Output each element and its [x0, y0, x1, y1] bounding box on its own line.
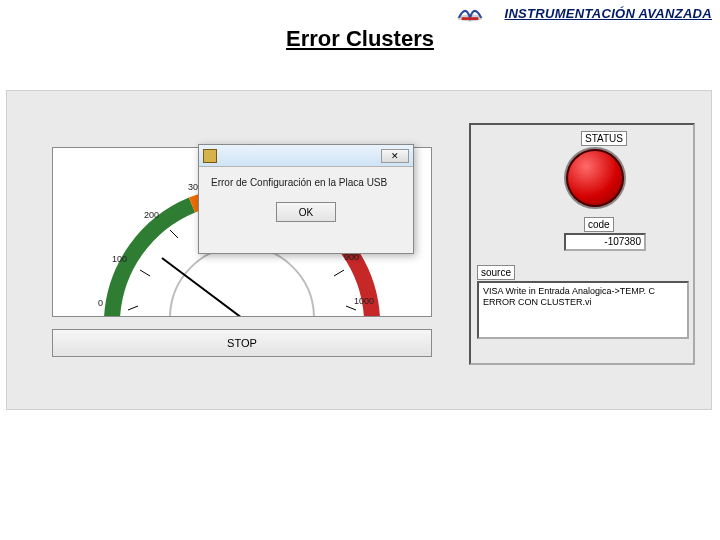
stop-button-wrap: STOP: [52, 329, 432, 357]
dialog-message: Error de Configuración en la Placa USB: [199, 167, 413, 194]
gauge-tick-100: 100: [112, 254, 127, 264]
ok-button[interactable]: OK: [276, 202, 336, 222]
header-bar: INSTRUMENTACIÓN AVANZADA: [0, 0, 720, 28]
error-cluster-panel: STATUS code -107380 source VISA Write in…: [469, 123, 695, 365]
page-title: Error Clusters: [286, 26, 434, 52]
svg-line-5: [170, 230, 178, 238]
gauge-tick-0: 0: [98, 298, 103, 308]
svg-line-7: [334, 270, 344, 276]
source-value: VISA Write in Entrada Analogica->TEMP. C…: [477, 281, 689, 339]
dialog-titlebar[interactable]: ✕: [199, 145, 413, 167]
brand-title: INSTRUMENTACIÓN AVANZADA: [505, 6, 712, 21]
svg-line-8: [346, 306, 356, 310]
source-label: source: [477, 265, 515, 280]
status-led-icon: [566, 149, 624, 207]
close-icon[interactable]: ✕: [381, 149, 409, 163]
code-value: -107380: [564, 233, 646, 251]
error-dialog: ✕ Error de Configuración en la Placa USB…: [198, 144, 414, 254]
svg-line-4: [140, 270, 150, 276]
code-label: code: [584, 217, 614, 232]
svg-point-2: [170, 246, 314, 317]
status-label: STATUS: [581, 131, 627, 146]
svg-line-3: [128, 306, 138, 310]
gauge-tick-200: 200: [144, 210, 159, 220]
gauge-tick-1000: 1000: [354, 296, 374, 306]
stop-button[interactable]: STOP: [52, 329, 432, 357]
brand-logo-icon: [456, 2, 484, 24]
svg-rect-1: [462, 17, 479, 20]
dialog-app-icon: [203, 149, 217, 163]
